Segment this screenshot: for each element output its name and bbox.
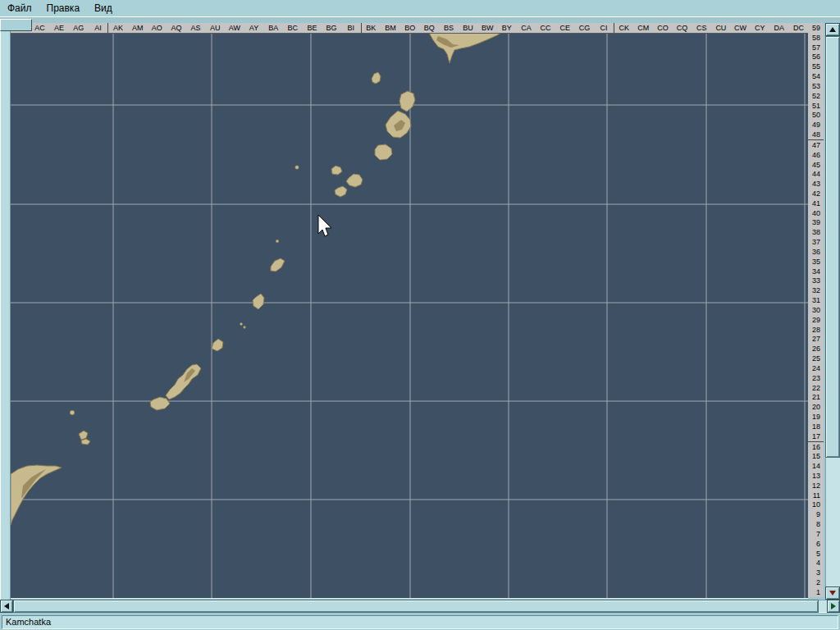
column-header-CO: CO bbox=[653, 23, 673, 33]
column-header-BQ: BQ bbox=[419, 23, 439, 33]
row-header-28: 28 bbox=[808, 325, 824, 335]
island bbox=[253, 294, 264, 309]
horizontal-scroll-thumb[interactable] bbox=[13, 600, 819, 613]
row-header-15: 15 bbox=[808, 451, 824, 461]
row-header-7: 7 bbox=[808, 529, 824, 539]
column-header-BS: BS bbox=[439, 23, 459, 33]
row-header-46: 46 bbox=[808, 150, 824, 160]
row-header-40: 40 bbox=[808, 208, 824, 218]
horizontal-scrollbar[interactable] bbox=[0, 600, 840, 613]
row-header-1: 1 bbox=[808, 587, 824, 597]
column-header-CY: CY bbox=[750, 23, 769, 33]
scroll-down-button[interactable] bbox=[825, 587, 840, 600]
row-header-21: 21 bbox=[808, 392, 824, 402]
island bbox=[375, 144, 392, 160]
row-header-55: 55 bbox=[808, 62, 824, 71]
vertical-scrollbar[interactable] bbox=[825, 23, 840, 600]
island bbox=[150, 397, 170, 410]
row-header-4: 4 bbox=[808, 559, 824, 568]
island bbox=[335, 186, 347, 197]
menu-item-view[interactable]: Вид bbox=[87, 0, 120, 16]
row-header-10: 10 bbox=[808, 500, 824, 510]
mouse-cursor-icon bbox=[318, 215, 331, 236]
row-header-34: 34 bbox=[808, 267, 824, 276]
row-header-8: 8 bbox=[808, 519, 824, 529]
map-viewer-window: ФайлПравкаВид AAACAEAGAIAKAMAOAQASAUAWAY… bbox=[0, 0, 840, 630]
column-header-BO: BO bbox=[400, 23, 420, 33]
row-header-33: 33 bbox=[808, 276, 824, 286]
row-header-39: 39 bbox=[808, 218, 824, 228]
island bbox=[372, 72, 381, 84]
island bbox=[212, 339, 223, 351]
menu-item-file[interactable]: Файл bbox=[0, 0, 39, 16]
row-header-29: 29 bbox=[808, 315, 824, 325]
column-header-AM: AM bbox=[128, 23, 148, 33]
column-header-CK: CK bbox=[614, 23, 634, 33]
left-gutter bbox=[0, 23, 11, 600]
column-header-CE: CE bbox=[555, 23, 575, 33]
column-header-AU: AU bbox=[205, 23, 225, 33]
row-header-49: 49 bbox=[808, 120, 824, 130]
island bbox=[11, 465, 62, 525]
row-header-22: 22 bbox=[808, 383, 824, 393]
row-header-17: 17 bbox=[808, 431, 824, 442]
islet-dot bbox=[295, 166, 299, 169]
column-header-BK: BK bbox=[362, 23, 381, 33]
island bbox=[166, 364, 201, 399]
row-header-9: 9 bbox=[808, 509, 824, 519]
column-header-CI: CI bbox=[594, 23, 614, 33]
row-header: 5958575655545352515049484746454443424140… bbox=[808, 23, 824, 597]
row-header-30: 30 bbox=[808, 305, 824, 315]
row-header-27: 27 bbox=[808, 335, 824, 345]
status-bar: Kamchatka bbox=[0, 613, 840, 630]
column-header-CQ: CQ bbox=[673, 23, 692, 33]
column-header-AI: AI bbox=[89, 23, 109, 33]
column-header-CS: CS bbox=[692, 23, 711, 33]
scroll-up-button[interactable] bbox=[825, 23, 840, 36]
row-header-12: 12 bbox=[808, 481, 824, 491]
column-header-CC: CC bbox=[536, 23, 555, 33]
row-header-57: 57 bbox=[808, 43, 824, 52]
row-header-43: 43 bbox=[808, 179, 824, 189]
row-header-18: 18 bbox=[808, 422, 824, 431]
menu-item-edit[interactable]: Правка bbox=[39, 0, 88, 16]
vertical-scroll-thumb[interactable] bbox=[825, 36, 840, 458]
row-header-3: 3 bbox=[808, 568, 824, 578]
row-header-35: 35 bbox=[808, 257, 824, 267]
column-header-CW: CW bbox=[731, 23, 751, 33]
column-header-BM: BM bbox=[381, 23, 400, 33]
scroll-left-button[interactable] bbox=[0, 600, 13, 613]
row-header-23: 23 bbox=[808, 373, 824, 383]
column-header-CG: CG bbox=[575, 23, 595, 33]
row-header-54: 54 bbox=[808, 71, 824, 81]
island bbox=[399, 91, 415, 112]
row-header-37: 37 bbox=[808, 237, 824, 247]
row-header-26: 26 bbox=[808, 344, 824, 354]
islet-dot bbox=[240, 322, 242, 325]
column-header-AC: AC bbox=[30, 23, 50, 33]
row-header-51: 51 bbox=[808, 101, 824, 111]
column-header-BW: BW bbox=[477, 23, 497, 33]
column-header-AQ: AQ bbox=[167, 23, 186, 33]
triangle-up-icon bbox=[829, 27, 836, 32]
column-header-AW: AW bbox=[225, 23, 244, 33]
row-header-25: 25 bbox=[808, 354, 824, 363]
column-header-AG: AG bbox=[69, 23, 89, 33]
column-header-BA: BA bbox=[263, 23, 283, 33]
island bbox=[271, 258, 285, 272]
row-header-24: 24 bbox=[808, 363, 824, 373]
triangle-left-icon bbox=[4, 603, 9, 609]
row-header-38: 38 bbox=[808, 227, 824, 237]
status-text: Kamchatka bbox=[2, 615, 838, 629]
row-header-2: 2 bbox=[808, 578, 824, 587]
triangle-right-icon bbox=[831, 603, 836, 609]
map-canvas[interactable] bbox=[11, 33, 808, 599]
row-header-16: 16 bbox=[808, 442, 824, 452]
row-header-41: 41 bbox=[808, 199, 824, 208]
column-header-AS: AS bbox=[186, 23, 206, 33]
column-header-AE: AE bbox=[49, 23, 69, 33]
row-header-13: 13 bbox=[808, 471, 824, 481]
column-header-CM: CM bbox=[634, 23, 654, 33]
scroll-right-button[interactable] bbox=[827, 600, 840, 613]
islet-dot bbox=[276, 240, 279, 243]
